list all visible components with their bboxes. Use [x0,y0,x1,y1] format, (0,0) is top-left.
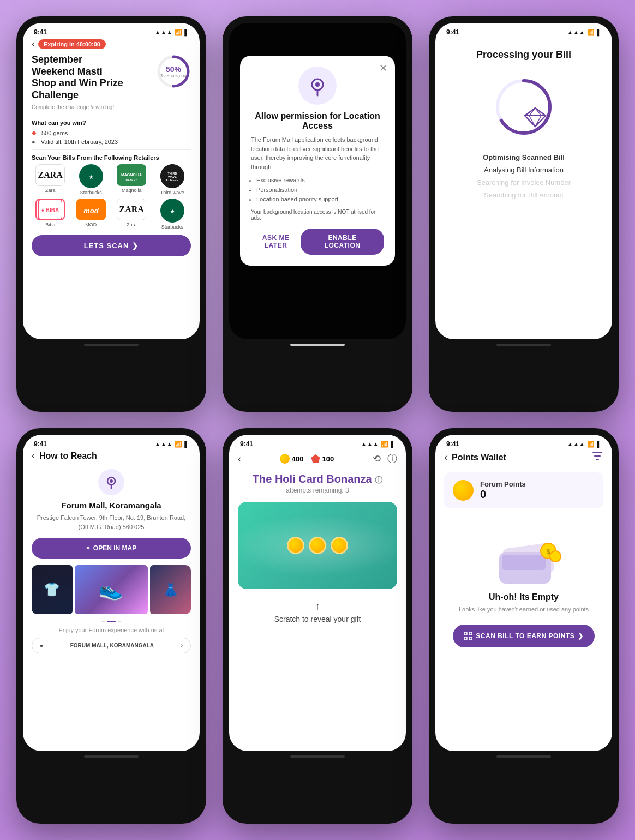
gem-points-value: 100 [322,455,334,463]
retailer-thirdwave: THIRDWAVECOFFEE Third wave [154,164,191,195]
coin-points-value: 400 [292,455,304,463]
phone-frame-1: 9:41 ▲▲▲ 📶 ▌ ‹ Expiring in 48:00:00 Sept… [16,16,206,412]
forum-points-info: Forum Points 0 [480,480,526,501]
lets-scan-button[interactable]: LETS SCAN ❯ [32,235,191,256]
retailer-magnolia: MAGNOLIABAKERY Magnolia [113,164,151,195]
step-4: Searching for Bill Amount [484,191,564,199]
screen-5: 9:41 ▲▲▲ 📶 ▌ ‹ 400 100 [229,435,406,751]
phone-frame-3: 9:41 ▲▲▲ 📶 ▌ Processing your Bill [429,16,619,412]
back-icon-5[interactable]: ‹ [238,453,241,465]
step-3: Searching for Invoice Number [477,178,571,187]
bottom-bar-4 [23,751,200,762]
enable-location-button[interactable]: ENABLE LOCATION [301,229,384,255]
status-bar-1: 9:41 ▲▲▲ 📶 ▌ [23,23,200,38]
back-icon[interactable]: ‹ [32,38,35,50]
points-display: 400 100 [280,454,334,464]
home-indicator-6 [496,755,551,758]
processing-content: Processing your Bill [435,38,612,214]
pin-svg-icon [104,475,118,489]
time-1: 9:41 [34,28,47,36]
forum-badge-icon: ● [40,643,43,649]
empty-desc: Looks like you haven't earned or used an… [459,605,589,614]
challenge-desc: Complete the challenge & win big! [32,104,191,110]
photo-block-center: 👟 [75,565,148,614]
open-map-button[interactable]: ⌖ OPEN IN MAP [32,538,191,559]
location-svg-icon [307,75,328,97]
starbucks-name-1: Starbucks [80,190,102,195]
wallet-title: Points Wallet [452,453,506,463]
forum-points-label: Forum Points [480,480,526,488]
empty-title: Uh-oh! Its Empty [489,592,559,602]
mall-address: Prestige Falcon Tower, 9th Floor, No. 19… [32,513,191,531]
wifi-icon-3: 📶 [587,29,595,36]
holi-attempts: attempts remaining: 3 [238,487,397,494]
signal-icon-3: ▲▲▲ [567,29,585,35]
home-indicator-5 [290,755,345,758]
screen-4: 9:41 ▲▲▲ 📶 ▌ ‹ How to Reach [23,435,200,751]
divider-1 [32,115,191,115]
scan-icon [464,632,472,640]
bottom-bar-1 [23,339,200,350]
retailer-biba: ♦ BIBA Biba [32,199,69,230]
earn-points-button[interactable]: SCAN BILL TO EARN POINTS ❯ [453,625,595,647]
svg-rect-41 [469,632,472,635]
gem-icon: ◆ [32,129,36,136]
mod-logo: mod [76,199,106,220]
battery-icon: ▌ [184,29,189,35]
wallet-content: ‹ Points Wallet Forum Points 0 [435,450,612,667]
scratch-label: Scratch to reveal your gift [238,615,397,623]
thirdwave-logo: THIRDWAVECOFFEE [160,164,184,188]
history-icon[interactable]: ⟲ [373,453,381,465]
mod-name: MOD [85,222,97,227]
forum-points-value: 0 [480,488,526,501]
screen1-body: ‹ Expiring in 48:00:00 September Weekend… [23,38,200,265]
challenge-title: September Weekend Masti Shop and Win Pri… [32,54,124,101]
scratch-card[interactable] [238,502,397,589]
filter-icon[interactable] [591,450,603,465]
back-icon-6[interactable]: ‹ [444,452,447,463]
photo-block-left: 👕 [32,565,73,614]
what-can-win-label: What can you win? [32,119,191,126]
prize-valid-row: ● Valid till: 10th February, 2023 [32,139,191,145]
nav-header: ‹ How to Reach [32,450,191,461]
signal-icon-5: ▲▲▲ [361,441,379,447]
status-icons-5: ▲▲▲ 📶 ▌ [361,441,395,448]
battery-icon-3: ▌ [597,29,601,35]
divider-2 [32,149,191,150]
scan-btn-label: LETS SCAN [84,242,129,250]
photo-strip: 👕 👟 👗 [32,565,191,614]
progress-circle: 50% ₹2,500/5,000 [156,54,191,89]
scratch-coin-2 [309,537,326,554]
gold-coin-icon [280,454,290,464]
battery-icon-4: ▌ [184,441,189,447]
svg-text:COFFEE: COFFEE [166,178,179,182]
dot-3 [118,621,121,622]
location-circle [298,67,337,105]
svg-text:mod: mod [83,207,99,215]
svg-text:♦ BIBA: ♦ BIBA [41,207,59,213]
svg-rect-43 [469,637,472,640]
modal-list-item-1: Exclusive rewards [256,176,384,185]
empty-wallet: $ Uh-oh! Its Empty Looks like you haven'… [444,519,603,658]
home-indicator-3 [496,344,551,346]
wallet-svg: $ [491,530,567,590]
modal-close-icon[interactable]: ✕ [379,62,387,74]
time-6: 9:41 [446,440,459,448]
thirdwave-name: Third wave [160,190,184,195]
location-modal: ✕ Allow permission for Location Access T… [240,56,395,266]
info-icon[interactable]: ⓘ [387,452,397,465]
retailer-mod: mod MOD [73,199,110,230]
scratch-coin-3 [331,537,348,554]
modal-list: Exclusive rewards Personalisation Locati… [256,176,384,205]
ask-later-button[interactable]: ASK ME LATER [251,234,301,249]
wallet-header: ‹ Points Wallet [444,450,603,465]
clock-icon: ● [32,139,35,145]
wifi-icon-5: 📶 [381,441,388,448]
zara-logo-2: ZARA [117,199,146,220]
home-indicator-4 [84,755,139,758]
retailer-starbucks-1: ★ Starbucks [73,164,110,195]
back-icon-4[interactable]: ‹ [32,450,35,461]
svg-point-38 [550,551,561,562]
scratch-coin-1 [287,537,304,554]
wifi-icon-6: 📶 [587,441,595,448]
